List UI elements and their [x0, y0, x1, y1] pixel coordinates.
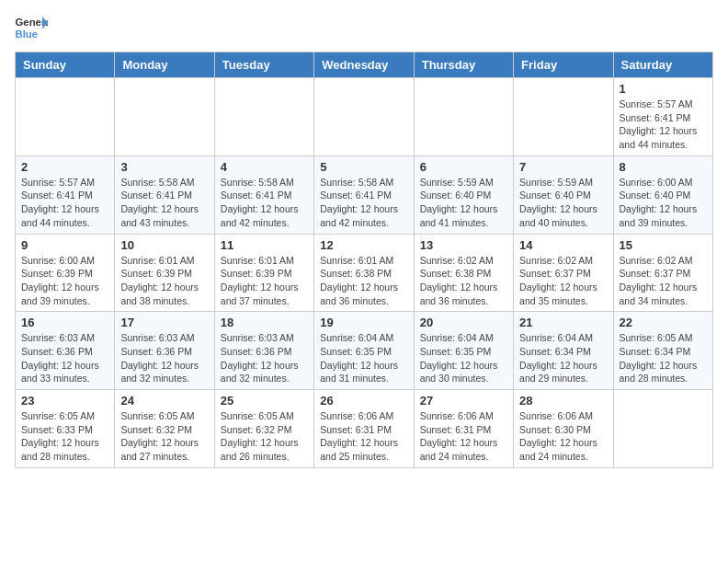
- day-info: Sunrise: 6:01 AMSunset: 6:38 PMDaylight:…: [320, 254, 407, 308]
- calendar-cell: 23Sunrise: 6:05 AMSunset: 6:33 PMDayligh…: [16, 390, 115, 468]
- day-number: 3: [120, 160, 208, 174]
- calendar-cell: 20Sunrise: 6:04 AMSunset: 6:35 PMDayligh…: [414, 312, 513, 390]
- calendar-cell: 6Sunrise: 5:59 AMSunset: 6:40 PMDaylight…: [414, 155, 513, 234]
- calendar-cell: 17Sunrise: 6:03 AMSunset: 6:36 PMDayligh…: [115, 312, 214, 390]
- calendar-cell: 9Sunrise: 6:00 AMSunset: 6:39 PMDaylight…: [16, 234, 115, 312]
- day-info: Sunrise: 6:02 AMSunset: 6:37 PMDaylight:…: [519, 254, 607, 308]
- day-info: Sunrise: 6:00 AMSunset: 6:40 PMDaylight:…: [620, 176, 707, 230]
- calendar-cell: 4Sunrise: 5:58 AMSunset: 6:41 PMDaylight…: [214, 155, 313, 234]
- calendar-cell: 27Sunrise: 6:06 AMSunset: 6:31 PMDayligh…: [414, 390, 513, 468]
- column-header-thursday: Thursday: [414, 52, 513, 78]
- column-header-sunday: Sunday: [16, 52, 115, 78]
- day-info: Sunrise: 6:02 AMSunset: 6:38 PMDaylight:…: [420, 254, 507, 308]
- calendar-cell: 10Sunrise: 6:01 AMSunset: 6:39 PMDayligh…: [115, 234, 214, 312]
- calendar-cell: 11Sunrise: 6:01 AMSunset: 6:39 PMDayligh…: [214, 234, 313, 312]
- day-info: Sunrise: 6:02 AMSunset: 6:37 PMDaylight:…: [620, 254, 707, 308]
- day-number: 20: [420, 316, 507, 329]
- calendar-cell: 7Sunrise: 5:59 AMSunset: 6:40 PMDaylight…: [514, 155, 613, 234]
- day-info: Sunrise: 5:57 AMSunset: 6:41 PMDaylight:…: [21, 176, 108, 230]
- calendar-cell: [314, 78, 414, 156]
- day-number: 15: [620, 238, 707, 252]
- day-number: 22: [620, 316, 707, 329]
- day-info: Sunrise: 5:59 AMSunset: 6:40 PMDaylight:…: [420, 176, 507, 230]
- calendar-cell: 15Sunrise: 6:02 AMSunset: 6:37 PMDayligh…: [613, 234, 712, 312]
- logo: General Blue: [15, 15, 48, 40]
- calendar-cell: 12Sunrise: 6:01 AMSunset: 6:38 PMDayligh…: [314, 234, 414, 312]
- day-number: 11: [221, 238, 308, 252]
- column-header-wednesday: Wednesday: [314, 52, 414, 78]
- day-number: 7: [519, 160, 607, 174]
- calendar-cell: 1Sunrise: 5:57 AMSunset: 6:41 PMDaylight…: [613, 78, 712, 156]
- column-header-friday: Friday: [514, 52, 613, 78]
- day-number: 21: [519, 316, 607, 329]
- day-number: 16: [21, 316, 108, 329]
- calendar: SundayMondayTuesdayWednesdayThursdayFrid…: [15, 52, 713, 468]
- calendar-cell: 16Sunrise: 6:03 AMSunset: 6:36 PMDayligh…: [16, 312, 115, 390]
- day-number: 2: [21, 160, 108, 174]
- day-number: 18: [221, 316, 308, 329]
- day-number: 23: [21, 394, 108, 408]
- day-number: 12: [320, 238, 407, 252]
- day-number: 19: [320, 316, 407, 329]
- calendar-cell: 14Sunrise: 6:02 AMSunset: 6:37 PMDayligh…: [514, 234, 613, 312]
- day-info: Sunrise: 6:05 AMSunset: 6:34 PMDaylight:…: [620, 331, 707, 385]
- day-info: Sunrise: 5:58 AMSunset: 6:41 PMDaylight:…: [120, 176, 208, 230]
- week-row-0: 1Sunrise: 5:57 AMSunset: 6:41 PMDaylight…: [16, 78, 713, 156]
- week-row-4: 23Sunrise: 6:05 AMSunset: 6:33 PMDayligh…: [16, 390, 713, 468]
- week-row-3: 16Sunrise: 6:03 AMSunset: 6:36 PMDayligh…: [16, 312, 713, 390]
- day-number: 14: [519, 238, 607, 252]
- day-info: Sunrise: 6:04 AMSunset: 6:34 PMDaylight:…: [519, 331, 607, 385]
- day-info: Sunrise: 6:06 AMSunset: 6:31 PMDaylight:…: [420, 409, 507, 464]
- day-info: Sunrise: 5:57 AMSunset: 6:41 PMDaylight:…: [620, 98, 707, 152]
- day-number: 28: [519, 394, 607, 408]
- column-header-tuesday: Tuesday: [214, 52, 313, 78]
- calendar-cell: 21Sunrise: 6:04 AMSunset: 6:34 PMDayligh…: [514, 312, 613, 390]
- calendar-cell: 19Sunrise: 6:04 AMSunset: 6:35 PMDayligh…: [314, 312, 414, 390]
- day-number: 10: [120, 238, 208, 252]
- day-info: Sunrise: 6:04 AMSunset: 6:35 PMDaylight:…: [320, 331, 407, 385]
- calendar-cell: 13Sunrise: 6:02 AMSunset: 6:38 PMDayligh…: [414, 234, 513, 312]
- day-info: Sunrise: 5:58 AMSunset: 6:41 PMDaylight:…: [221, 176, 308, 230]
- calendar-cell: 18Sunrise: 6:03 AMSunset: 6:36 PMDayligh…: [214, 312, 313, 390]
- calendar-cell: 26Sunrise: 6:06 AMSunset: 6:31 PMDayligh…: [314, 390, 414, 468]
- day-info: Sunrise: 6:03 AMSunset: 6:36 PMDaylight:…: [221, 331, 308, 385]
- day-info: Sunrise: 6:00 AMSunset: 6:39 PMDaylight:…: [21, 254, 108, 308]
- day-info: Sunrise: 6:04 AMSunset: 6:35 PMDaylight:…: [420, 331, 507, 385]
- day-number: 24: [120, 394, 208, 408]
- day-info: Sunrise: 6:05 AMSunset: 6:33 PMDaylight:…: [21, 409, 108, 464]
- day-number: 25: [221, 394, 308, 408]
- day-number: 4: [221, 160, 308, 174]
- calendar-cell: [16, 78, 115, 156]
- day-info: Sunrise: 6:06 AMSunset: 6:30 PMDaylight:…: [519, 409, 607, 464]
- calendar-cell: 8Sunrise: 6:00 AMSunset: 6:40 PMDaylight…: [613, 155, 712, 234]
- day-info: Sunrise: 6:06 AMSunset: 6:31 PMDaylight:…: [320, 409, 407, 464]
- day-info: Sunrise: 6:05 AMSunset: 6:32 PMDaylight:…: [120, 409, 208, 464]
- header: General Blue: [15, 15, 713, 40]
- day-info: Sunrise: 6:05 AMSunset: 6:32 PMDaylight:…: [221, 409, 308, 464]
- column-header-monday: Monday: [115, 52, 214, 78]
- calendar-cell: 5Sunrise: 5:58 AMSunset: 6:41 PMDaylight…: [314, 155, 414, 234]
- day-info: Sunrise: 5:58 AMSunset: 6:41 PMDaylight:…: [320, 176, 407, 230]
- logo-icon: General Blue: [15, 15, 48, 40]
- calendar-cell: 25Sunrise: 6:05 AMSunset: 6:32 PMDayligh…: [214, 390, 313, 468]
- day-number: 17: [120, 316, 208, 329]
- calendar-cell: [115, 78, 214, 156]
- day-info: Sunrise: 6:01 AMSunset: 6:39 PMDaylight:…: [120, 254, 208, 308]
- day-info: Sunrise: 6:03 AMSunset: 6:36 PMDaylight:…: [21, 331, 108, 385]
- calendar-cell: 22Sunrise: 6:05 AMSunset: 6:34 PMDayligh…: [613, 312, 712, 390]
- calendar-cell: [514, 78, 613, 156]
- day-number: 13: [420, 238, 507, 252]
- calendar-cell: 24Sunrise: 6:05 AMSunset: 6:32 PMDayligh…: [115, 390, 214, 468]
- day-info: Sunrise: 6:01 AMSunset: 6:39 PMDaylight:…: [221, 254, 308, 308]
- day-number: 26: [320, 394, 407, 408]
- day-number: 8: [620, 160, 707, 174]
- calendar-cell: 2Sunrise: 5:57 AMSunset: 6:41 PMDaylight…: [16, 155, 115, 234]
- calendar-cell: [214, 78, 313, 156]
- column-header-saturday: Saturday: [613, 52, 712, 78]
- day-number: 6: [420, 160, 507, 174]
- day-number: 1: [620, 82, 707, 96]
- calendar-cell: [414, 78, 513, 156]
- calendar-cell: [613, 390, 712, 468]
- day-number: 27: [420, 394, 507, 408]
- day-number: 5: [320, 160, 407, 174]
